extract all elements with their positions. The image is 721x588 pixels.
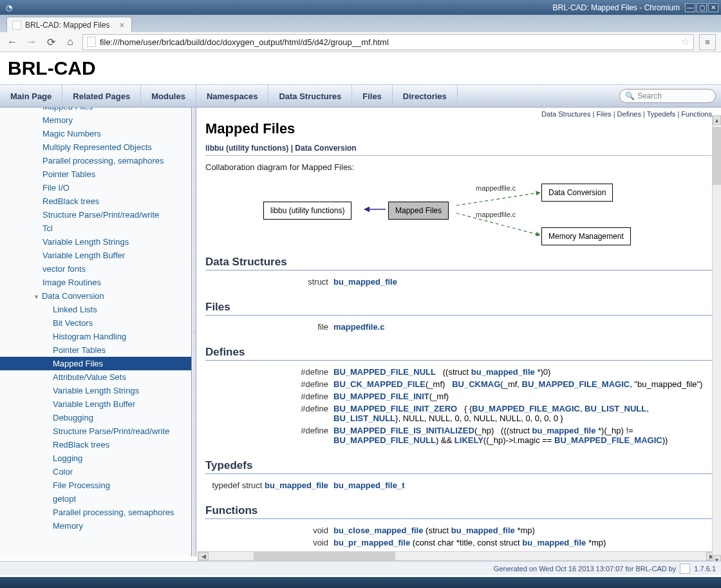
section-data-structures: Data Structures — [205, 256, 712, 270]
link-typedefs[interactable]: Typedefs — [647, 110, 676, 118]
sidebar-item[interactable]: Color — [0, 465, 191, 479]
forward-button[interactable]: → — [24, 35, 39, 49]
sidebar-item[interactable]: Variable Length Strings — [0, 235, 191, 249]
doxygen-logo[interactable] — [680, 564, 690, 574]
footer-text: Generated on Wed Oct 16 2013 13:07:07 fo… — [494, 565, 677, 573]
sidebar-item[interactable]: Memory — [0, 519, 191, 533]
sidebar-item[interactable]: Structure Parse/Print/read/write — [0, 208, 191, 222]
splitter-handle[interactable]: ⋮ — [192, 108, 196, 556]
define-kind: #define — [205, 366, 331, 378]
sidebar-item[interactable]: Mapped Files — [0, 357, 191, 370]
scroll-left-arrow[interactable]: ◀ — [198, 552, 209, 560]
sidebar-item[interactable]: Variable Length Buffer — [0, 249, 191, 262]
sidebar-item[interactable]: Pointer Tables — [0, 167, 191, 181]
reload-button[interactable]: ⟳ — [44, 35, 58, 49]
close-button[interactable]: ✕ — [708, 3, 718, 12]
sidebar-item[interactable]: vector fonts — [0, 262, 191, 276]
nav-data-structures[interactable]: Data Structures — [268, 85, 352, 107]
sidebar-item[interactable]: Data Conversion — [0, 289, 191, 303]
typedef-left-link[interactable]: bu_mapped_file — [265, 480, 328, 490]
horizontal-scrollbar[interactable]: ◀ ▶ — [198, 551, 717, 561]
define-kind: #define — [205, 390, 331, 403]
define-body: BU_MAPPED_FILE_IS_INITIALIZED(_hp) (((st… — [331, 424, 712, 446]
nav-namespaces[interactable]: Namespaces — [196, 85, 269, 107]
sidebar-item[interactable]: Structure Parse/Print/read/write — [0, 424, 191, 438]
minimize-button[interactable]: — — [685, 3, 695, 12]
sidebar-item[interactable]: Logging — [0, 451, 191, 465]
scroll-thumb[interactable] — [254, 552, 395, 560]
node-libbu[interactable]: libbu (utility functions) — [263, 202, 351, 220]
tab-close-button[interactable]: × — [117, 20, 126, 30]
sidebar-item[interactable]: Attribute/Value Sets — [0, 370, 191, 384]
breadcrumb-dataconv[interactable]: Data Conversion — [295, 144, 356, 153]
define-kind: #define — [205, 424, 331, 446]
sidebar: Mapped FilesMemoryMagic NumbersMultiply … — [0, 108, 192, 556]
link-functions[interactable]: Functions — [681, 110, 712, 118]
browser-tab-strip: BRL-CAD: Mapped Files × — [0, 15, 721, 32]
node-memory-management[interactable]: Memory Management — [541, 227, 631, 245]
define-body: BU_CK_MAPPED_FILE(_mf) BU_CKMAG(_mf, BU_… — [331, 378, 712, 390]
nav-related-pages[interactable]: Related Pages — [62, 85, 141, 107]
ds-kind: struct — [205, 276, 331, 288]
main-content: Data Structures | Files | Defines | Type… — [196, 108, 721, 556]
breadcrumb: libbu (utility functions) | Data Convers… — [205, 144, 712, 156]
page-icon — [12, 21, 21, 30]
define-body: BU_MAPPED_FILE_INIT_ZERO { {BU_MAPPED_FI… — [331, 403, 712, 424]
search-icon: 🔍 — [625, 91, 635, 100]
sidebar-item[interactable]: Variable Length Buffer — [0, 397, 191, 411]
sidebar-item[interactable]: getopt — [0, 492, 191, 506]
sidebar-item[interactable]: Bit Vectors — [0, 316, 191, 330]
nav-main-page[interactable]: Main Page — [0, 85, 62, 107]
nav-files[interactable]: Files — [352, 85, 393, 107]
section-typedefs: Typedefs — [205, 459, 712, 474]
typedef-kind: typedef struct bu_mapped_file — [205, 479, 331, 491]
collaboration-diagram: libbu (utility functions) Mapped Files D… — [263, 178, 712, 243]
sidebar-item[interactable]: Variable Length Strings — [0, 384, 191, 397]
sidebar-item[interactable]: Linked Lists — [0, 303, 191, 316]
back-button[interactable]: ← — [5, 35, 19, 49]
browser-toolbar: ← → ⟳ ⌂ file:///home/user/brlcad/build/d… — [0, 32, 721, 52]
sidebar-item[interactable]: Magic Numbers — [0, 127, 191, 140]
summary-links: Data Structures | Files | Defines | Type… — [205, 108, 712, 118]
sidebar-item[interactable]: File I/O — [0, 181, 191, 194]
sidebar-item[interactable]: Multiply Represented Objects — [0, 140, 191, 154]
sidebar-item[interactable]: Parallel processing, semaphores — [0, 506, 191, 519]
link-files[interactable]: Files — [596, 110, 611, 118]
sidebar-item[interactable]: Image Routines — [0, 276, 191, 289]
ds-link[interactable]: bu_mapped_file — [333, 277, 397, 287]
sidebar-item[interactable]: Mapped Files — [0, 108, 191, 113]
sidebar-item[interactable]: RedBlack trees — [0, 194, 191, 208]
nav-modules[interactable]: Modules — [141, 85, 196, 107]
file-link[interactable]: mappedfile.c — [333, 322, 384, 332]
typedef-name[interactable]: bu_mapped_file_t — [333, 480, 405, 490]
breadcrumb-libbu[interactable]: libbu (utility functions) — [205, 144, 288, 153]
menu-button[interactable]: ≡ — [699, 34, 716, 50]
search-input[interactable]: 🔍 Search — [619, 89, 716, 103]
home-button[interactable]: ⌂ — [63, 35, 77, 49]
tab-title: BRL-CAD: Mapped Files — [25, 21, 109, 30]
app-icon: ◔ — [3, 3, 15, 13]
sidebar-item[interactable]: Tcl — [0, 222, 191, 235]
bookmark-star-icon[interactable]: ☆ — [681, 36, 689, 48]
link-data-structures[interactable]: Data Structures — [541, 110, 590, 118]
sidebar-item[interactable]: Memory — [0, 113, 191, 127]
vscroll-thumb[interactable] — [713, 127, 721, 185]
project-title: BRL-CAD — [0, 52, 721, 84]
sidebar-item[interactable]: RedBlack trees — [0, 438, 191, 451]
sidebar-item[interactable]: File Processing — [0, 479, 191, 492]
node-data-conversion[interactable]: Data Conversion — [541, 184, 613, 202]
edge-label-2: mappedfile.c — [476, 211, 516, 218]
sidebar-item[interactable]: Parallel processing, semaphores — [0, 154, 191, 167]
maximize-button[interactable]: ▢ — [697, 3, 707, 12]
define-body: BU_MAPPED_FILE_NULL ((struct bu_mapped_f… — [331, 366, 712, 378]
vertical-scrollbar[interactable]: ▲ ▼ — [712, 115, 721, 565]
browser-tab[interactable]: BRL-CAD: Mapped Files × — [6, 17, 132, 32]
sidebar-item[interactable]: Histogram Handling — [0, 330, 191, 343]
scroll-up-arrow[interactable]: ▲ — [713, 115, 721, 125]
link-defines[interactable]: Defines — [617, 110, 641, 118]
sidebar-item[interactable]: Pointer Tables — [0, 343, 191, 357]
nav-directories[interactable]: Directories — [393, 85, 458, 107]
section-defines: Defines — [205, 346, 712, 361]
sidebar-item[interactable]: Debugging — [0, 411, 191, 424]
url-bar[interactable]: file:///home/user/brlcad/build/doc/doxyg… — [82, 34, 694, 50]
